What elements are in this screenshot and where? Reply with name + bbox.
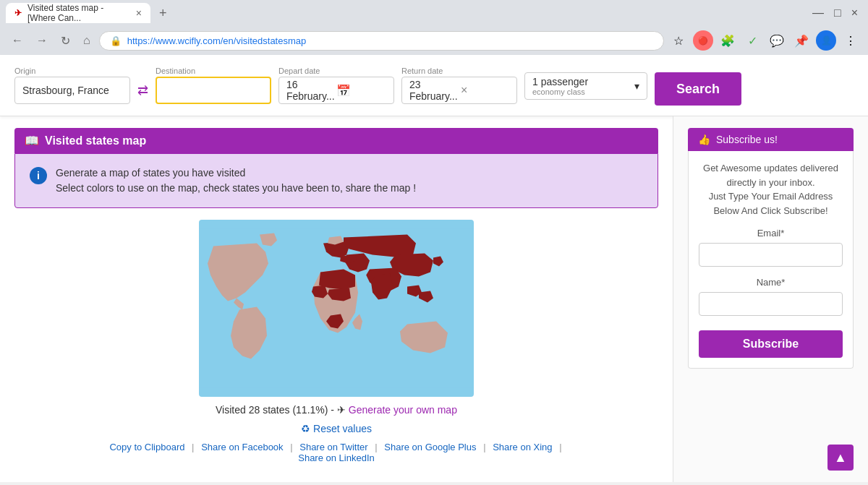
copy-clipboard-link[interactable]: Copy to Clipboard xyxy=(109,442,184,452)
minimize-button[interactable]: — xyxy=(808,5,828,21)
return-clear-icon[interactable]: × xyxy=(461,84,509,97)
share-twitter-link[interactable]: Share on Twitter xyxy=(299,442,367,452)
tab-close-btn[interactable]: × xyxy=(136,7,142,19)
reset-text: Reset values xyxy=(313,423,372,434)
map-container xyxy=(14,220,658,397)
name-label: Name* xyxy=(699,277,843,288)
plane-icon: ✈ xyxy=(337,404,346,416)
swap-button[interactable]: ⇄ xyxy=(137,82,148,98)
generate-map-link[interactable]: Generate your own map xyxy=(349,404,457,416)
extension-2[interactable]: 🧩 xyxy=(718,30,738,51)
origin-field: Origin xyxy=(14,66,130,104)
return-date-field: Return date 23 February... × xyxy=(401,66,517,104)
back-button[interactable]: ← xyxy=(7,31,27,50)
depart-label: Depart date xyxy=(278,66,394,75)
passenger-field: 1 passenger economy class ▾ xyxy=(524,71,647,100)
info-line2: Select colors to use on the map, check s… xyxy=(56,181,416,196)
extension-5[interactable]: 📌 xyxy=(791,30,812,51)
forward-button[interactable]: → xyxy=(32,31,52,50)
destination-label: Destination xyxy=(156,66,271,75)
subscribe-description: Get Awesome updates delivered directly i… xyxy=(699,161,843,218)
world-map xyxy=(199,220,474,397)
extension-3[interactable]: ✓ xyxy=(742,30,762,51)
stats-text: Visited 28 states (11.1%) - xyxy=(216,404,337,416)
share-facebook-link[interactable]: Share on Facebook xyxy=(201,442,283,452)
new-tab-button[interactable]: + xyxy=(155,6,171,21)
extension-1[interactable]: 🔴 xyxy=(693,30,713,51)
depart-date-field: Depart date 16 February... 📅 xyxy=(278,66,394,104)
left-panel: 📖 Visited states map i Generate a map of… xyxy=(0,116,673,482)
reset-icon: ♻ xyxy=(301,423,310,434)
section-header: 📖 Visited states map xyxy=(14,128,658,153)
thumbs-up-icon: 👍 xyxy=(698,134,710,145)
url-text: https://www.wcifly.com/en/visitedstatesm… xyxy=(127,35,307,46)
passenger-value: 1 passenger xyxy=(532,76,588,87)
share-links: Copy to Clipboard | Share on Facebook | … xyxy=(14,442,658,463)
depart-date-wrap[interactable]: 16 February... 📅 xyxy=(278,77,394,104)
return-date-wrap[interactable]: 23 February... × xyxy=(401,77,517,104)
tab-title: Visited states map - [Where Can... xyxy=(27,3,127,23)
email-label: Email* xyxy=(699,228,843,239)
star-button[interactable]: ☆ xyxy=(668,30,689,51)
share-googleplus-link[interactable]: Share on Google Plus xyxy=(384,442,476,452)
browser-tab[interactable]: ✈ Visited states map - [Where Can... × xyxy=(6,3,150,23)
passenger-select[interactable]: 1 passenger economy class ▾ xyxy=(524,72,647,100)
destination-input[interactable] xyxy=(156,77,271,104)
name-form-group: Name* xyxy=(699,277,843,316)
class-value: economy class xyxy=(532,87,588,96)
search-button[interactable]: Search xyxy=(655,72,741,106)
subscribe-button[interactable]: Subscribe xyxy=(699,330,843,358)
share-xing-link[interactable]: Share on Xing xyxy=(493,442,552,452)
info-text: Generate a map of states you have visite… xyxy=(56,166,416,196)
email-input[interactable] xyxy=(699,243,843,267)
origin-input[interactable] xyxy=(14,77,130,104)
email-form-group: Email* xyxy=(699,228,843,267)
section-title: Visited states map xyxy=(45,134,146,147)
close-button[interactable]: × xyxy=(847,5,862,21)
back-to-top-button[interactable]: ▲ xyxy=(827,445,854,471)
home-button[interactable]: ⌂ xyxy=(79,31,95,50)
menu-button[interactable]: ⋮ xyxy=(841,30,861,51)
maximize-button[interactable]: □ xyxy=(830,5,846,21)
profile-button[interactable]: 👤 xyxy=(816,30,836,51)
tab-favicon: ✈ xyxy=(14,8,22,18)
passenger-chevron-icon: ▾ xyxy=(634,80,639,92)
return-label: Return date xyxy=(401,66,517,75)
subscribe-panel: Get Awesome updates delivered directly i… xyxy=(688,151,854,369)
map-book-icon: 📖 xyxy=(25,134,39,147)
origin-label: Origin xyxy=(14,66,130,75)
depart-calendar-icon[interactable]: 📅 xyxy=(336,84,386,98)
refresh-button[interactable]: ↻ xyxy=(56,31,75,51)
info-line1: Generate a map of states you have visite… xyxy=(56,166,416,181)
depart-date-value: 16 February... xyxy=(286,79,336,102)
extension-4[interactable]: 💬 xyxy=(767,30,787,51)
subscribe-header: 👍 Subscribe us! xyxy=(688,128,854,151)
destination-field: Destination xyxy=(156,66,271,104)
subscribe-title: Subscribe us! xyxy=(716,134,778,145)
info-icon: i xyxy=(30,167,47,184)
share-linkedin-link[interactable]: Share on LinkedIn xyxy=(298,452,375,463)
reset-link[interactable]: ♻ Reset values xyxy=(14,423,658,434)
name-input[interactable] xyxy=(699,292,843,316)
right-panel: 👍 Subscribe us! Get Awesome updates deli… xyxy=(673,116,868,482)
address-bar[interactable]: 🔒 https://www.wcifly.com/en/visitedstate… xyxy=(99,31,664,51)
return-date-value: 23 February... xyxy=(409,79,458,102)
stats-bar: Visited 28 states (11.1%) - ✈ Generate y… xyxy=(14,404,658,416)
search-bar: Origin ⇄ Destination Depart date 16 Febr… xyxy=(0,55,868,116)
info-box: i Generate a map of states you have visi… xyxy=(14,153,658,208)
reset-link-container: ♻ Reset values xyxy=(14,423,658,434)
